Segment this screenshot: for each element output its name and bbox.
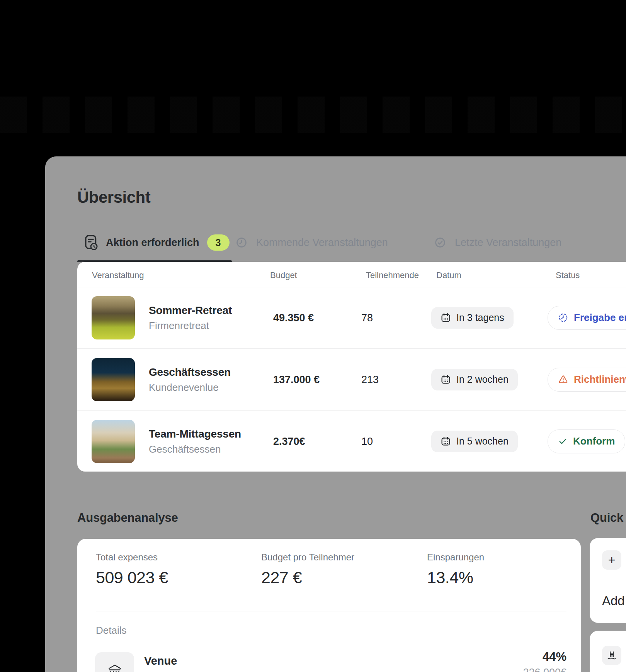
event-attendees: 213 xyxy=(361,373,379,385)
tab-kommende-veranstaltungen[interactable]: Kommende Veranstaltungen xyxy=(235,233,388,252)
event-date: In 5 wochen xyxy=(456,436,509,447)
status-badge: Richtlinienw xyxy=(548,368,626,392)
event-date-pill: In 2 wochen xyxy=(431,369,518,390)
venue-icon-tile xyxy=(95,652,134,672)
events-table: Veranstaltung Budget Teilnehmende Datum … xyxy=(77,262,626,472)
calendar-icon xyxy=(441,436,451,446)
pool-ladder-icon xyxy=(607,650,617,661)
col-teilnehmende: Teilnehmende xyxy=(366,270,419,280)
expense-section-heading: Ausgabenanalyse xyxy=(77,511,178,525)
status-label: Konform xyxy=(573,435,615,447)
event-date: In 2 wochen xyxy=(456,374,509,385)
table-row[interactable]: Sommer-Retreat Firmenretreat 49.350 € 78 xyxy=(77,287,626,349)
event-title-cell: Team-Mittagessen Geschäftsessen xyxy=(149,428,241,455)
tab-label: Aktion erforderlich xyxy=(106,237,199,249)
status-label: Freigabe erf xyxy=(574,312,626,324)
check-icon xyxy=(558,436,568,446)
add-label: Add xyxy=(602,594,625,608)
col-datum: Datum xyxy=(436,270,461,280)
stat-value: 13.4% xyxy=(427,568,473,587)
page-title: Übersicht xyxy=(77,189,150,206)
event-date-pill: In 3 tagens xyxy=(431,307,514,329)
tab-label: Letzte Veranstaltungen xyxy=(455,237,561,249)
event-title: Geschäftsessen xyxy=(149,366,231,378)
details-heading: Details xyxy=(96,624,126,636)
status-badge: Freigabe erf xyxy=(548,306,626,330)
event-title-cell: Geschäftsessen Kundenevenlue xyxy=(149,366,231,393)
stat-value: 227 € xyxy=(261,568,302,587)
event-budget: 2.370€ xyxy=(273,435,305,447)
event-date-pill: In 5 wochen xyxy=(431,431,518,452)
table-row[interactable]: Geschäftsessen Kundenevenlue 137.000 € 2… xyxy=(77,349,626,411)
clock-circle-icon xyxy=(235,236,248,249)
event-subtitle: Firmenretreat xyxy=(149,319,232,331)
event-thumbnail xyxy=(92,358,135,401)
event-budget: 137.000 € xyxy=(273,373,320,385)
calendar-icon xyxy=(441,312,451,323)
col-budget: Budget xyxy=(270,270,297,280)
event-attendees: 10 xyxy=(361,435,373,447)
screen: Übersicht Aktion erforderlich 3 xyxy=(0,0,626,672)
status-badge: Konform xyxy=(548,429,625,453)
event-budget: 49.350 € xyxy=(273,312,314,324)
warning-triangle-icon xyxy=(558,374,568,385)
expense-analysis-card: Total expenses 509 023 € Budget pro Teil… xyxy=(77,539,581,672)
clock-pending-icon xyxy=(558,312,568,323)
quick-panel-heading: Quick xyxy=(590,511,623,525)
divider xyxy=(96,611,566,611)
plus-icon: + xyxy=(608,553,616,567)
event-title-cell: Sommer-Retreat Firmenretreat xyxy=(149,304,232,331)
event-subtitle: Kundenevenlue xyxy=(149,381,231,393)
stat-label: Budget pro Teilnehmer xyxy=(261,552,354,563)
event-date: In 3 tagens xyxy=(456,312,504,323)
quick-action-secondary-card[interactable] xyxy=(590,631,626,672)
stat-value: 509 023 € xyxy=(96,568,168,587)
event-title: Sommer-Retreat xyxy=(149,304,232,316)
tab-letzte-veranstaltungen[interactable]: Letzte Veranstaltungen xyxy=(433,233,561,252)
tab-label: Kommende Veranstaltungen xyxy=(256,237,388,249)
event-thumbnail xyxy=(92,420,135,463)
table-row[interactable]: Team-Mittagessen Geschäftsessen 2.370€ 1… xyxy=(77,411,626,472)
add-button[interactable]: + xyxy=(602,550,621,570)
col-veranstaltung: Veranstaltung xyxy=(92,270,144,280)
quick-action-add-card[interactable]: + Add xyxy=(590,538,626,623)
event-attendees: 78 xyxy=(361,312,373,324)
event-thumbnail xyxy=(92,296,135,339)
table-header: Veranstaltung Budget Teilnehmende Datum … xyxy=(77,262,626,287)
status-label: Richtlinienw xyxy=(574,373,626,385)
detail-item-percent: 44% xyxy=(543,650,566,664)
event-title: Team-Mittagessen xyxy=(149,428,241,440)
calendar-icon xyxy=(441,374,451,385)
tab-aktion-erforderlich[interactable]: Aktion erforderlich 3 xyxy=(84,233,230,252)
background-texture xyxy=(0,97,626,133)
dashboard-window: Übersicht Aktion erforderlich 3 xyxy=(45,156,626,672)
check-circle-icon xyxy=(433,236,447,249)
detail-item-amount: 226.000€ xyxy=(523,667,566,672)
detail-item-label: Venue xyxy=(144,655,177,667)
col-status: Status xyxy=(556,270,580,280)
quick-icon-tile[interactable] xyxy=(602,646,621,665)
stat-label: Einsparungen xyxy=(427,552,484,563)
stat-label: Total expenses xyxy=(96,552,158,563)
document-clock-icon xyxy=(84,234,98,251)
tab-count-badge: 3 xyxy=(207,234,230,251)
event-subtitle: Geschäftsessen xyxy=(149,443,241,455)
